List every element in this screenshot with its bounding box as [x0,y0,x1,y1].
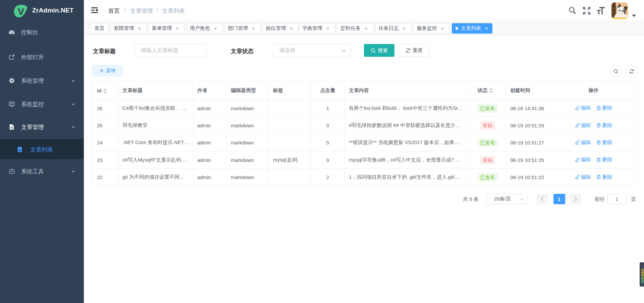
svg-text:V: V [18,6,24,17]
